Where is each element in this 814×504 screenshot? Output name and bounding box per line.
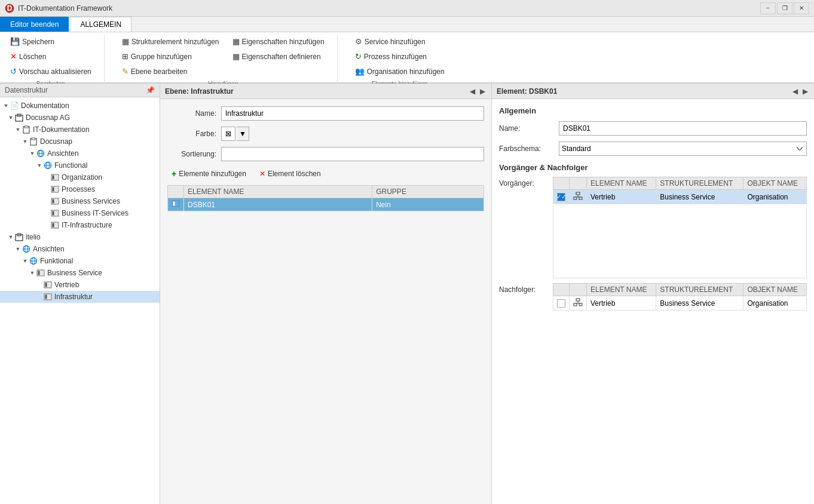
tab-editor[interactable]: Editor beenden <box>0 17 69 32</box>
vorgaenger-org-icon <box>573 193 583 202</box>
delete-element-button[interactable]: ✕ Element löschen <box>255 168 325 180</box>
right-name-input[interactable] <box>559 121 807 136</box>
rect5-icon <box>50 220 60 230</box>
doc-icon: 📄 <box>10 101 19 110</box>
add-structure-button[interactable]: ▦ Strukturelement hinzufügen <box>117 35 225 48</box>
refresh-button[interactable]: ↺ Vorschau aktualisieren <box>5 64 97 78</box>
tree-item-funktional[interactable]: ▼ Funktional <box>0 255 160 267</box>
expand-icon[interactable]: ▼ <box>29 150 36 156</box>
vorgaenger-tbody: ✓ Vertrieb Business Service <box>553 190 807 204</box>
center-nav-left[interactable]: ◀ <box>469 87 476 96</box>
nachfolger-check-cell[interactable] <box>553 296 570 311</box>
right-nav-right[interactable]: ▶ <box>801 87 809 96</box>
tree-item-docusnap-ag[interactable]: ▼ Docusnap AG <box>0 112 160 124</box>
tree-item-ansichten2[interactable]: ▼ Ansichten <box>0 243 160 255</box>
vorgaenger-checkbox[interactable]: ✓ <box>557 193 565 201</box>
tree-item-organization[interactable]: ▶ Organization <box>0 171 160 183</box>
tree-item-vertrieb[interactable]: ▶ Vertrieb <box>0 279 160 291</box>
tree-item-infrastruktur[interactable]: ▶ Infrastruktur <box>0 291 160 303</box>
expand-icon[interactable]: ▼ <box>7 234 14 240</box>
leaf-icon: ▶ <box>36 282 43 288</box>
tree-item-docusnap[interactable]: ▼ Docusnap <box>0 136 160 147</box>
vn-icon-header <box>570 177 587 190</box>
nachfolger-org-icon <box>573 299 583 308</box>
add-elements-button[interactable]: + Elemente hinzufügen <box>167 167 250 180</box>
expand-icon[interactable]: ▼ <box>14 127 22 133</box>
minimize-button[interactable]: − <box>760 2 776 14</box>
svg-rect-21 <box>53 211 54 216</box>
col-gruppe-header: GRUPPE <box>372 186 484 198</box>
add-group-button[interactable]: ⊞ Gruppe hinzufügen <box>117 50 225 63</box>
close-button[interactable]: ✕ <box>794 2 809 14</box>
vorgaenger-row[interactable]: ✓ Vertrieb Business Service <box>553 190 807 204</box>
tree-item-functional[interactable]: ▼ Functional <box>0 159 160 171</box>
right-panel-header: Element: DSBK01 ◀ ▶ <box>492 84 814 99</box>
add-org-button[interactable]: 👥 Organisation hinzufügen <box>350 64 450 78</box>
tree-item-business-service[interactable]: ▼ Business Service <box>0 267 160 279</box>
expand-icon[interactable]: ▼ <box>36 162 43 168</box>
add-service-button[interactable]: ⚙ Service hinzufügen <box>350 35 450 48</box>
sort-input[interactable] <box>221 147 484 161</box>
nf-element-header: ELEMENT NAME <box>587 284 656 296</box>
right-panel-title: Element: DSBK01 <box>497 87 557 96</box>
tree-item-processes[interactable]: ▶ Processes <box>0 183 160 195</box>
structure-icon: ▦ <box>122 37 129 46</box>
vorgaenger-objekt-cell: Organisation <box>743 190 807 204</box>
app-title: IT-Dokumentation Framework <box>18 4 760 13</box>
table-row[interactable]: DSBK01 Nein <box>168 198 484 211</box>
name-input[interactable] <box>221 106 484 121</box>
tree-item-dokumentation[interactable]: ▼ 📄 Dokumentation <box>0 100 160 112</box>
nachfolger-row[interactable]: Vertrieb Business Service Organisation <box>553 296 807 311</box>
vorgaenger-check-cell[interactable]: ✓ <box>553 190 570 204</box>
nachfolger-checkbox[interactable] <box>557 299 565 308</box>
expand-icon[interactable]: ▼ <box>2 103 10 109</box>
tree-item-business-it-services[interactable]: ▶ Business IT-Services <box>0 207 160 219</box>
expand-icon[interactable]: ▼ <box>14 246 22 252</box>
save-icon: 💾 <box>10 37 20 46</box>
svg-rect-35 <box>45 283 47 287</box>
delete-button[interactable]: ✕ Löschen <box>5 50 97 63</box>
nachfolger-container: Nachfolger: ELEMENT NAME STRUKT <box>499 283 807 313</box>
leaf-icon: ▶ <box>43 222 50 228</box>
color-box[interactable]: ⊠ <box>221 127 235 141</box>
edit-level-button[interactable]: ✎ Ebene bearbeiten <box>117 64 225 78</box>
svg-rect-17 <box>53 188 54 192</box>
svg-rect-19 <box>53 199 54 204</box>
expand-icon[interactable]: ▼ <box>7 115 14 121</box>
svg-text:D: D <box>7 4 13 13</box>
ribbon-group-hinzufuegen: ▦ Strukturelement hinzufügen ⊞ Gruppe hi… <box>117 35 338 87</box>
row-icon-cell <box>168 198 184 211</box>
svg-rect-7 <box>32 138 35 140</box>
define-icon: ▦ <box>232 52 240 61</box>
center-nav-right[interactable]: ▶ <box>479 87 486 96</box>
svg-rect-40 <box>576 192 580 195</box>
save-button[interactable]: 💾 Speichern <box>5 35 97 48</box>
expand-icon[interactable]: ▼ <box>29 270 36 276</box>
define-properties-button[interactable]: ▦ Eigenschaften definieren <box>227 50 330 63</box>
right-nav-left[interactable]: ◀ <box>791 87 799 96</box>
allgemein-section-title: Allgemein <box>499 106 807 115</box>
tree-item-business-services[interactable]: ▶ Business Services <box>0 195 160 207</box>
vorgaenger-struktur-cell: Business Service <box>656 190 743 204</box>
row-item-icon <box>172 201 180 209</box>
vn-objekt-header: OBJEKT NAME <box>743 177 807 190</box>
tree-item-it-infrastructure[interactable]: ▶ IT-Infrastructure <box>0 219 160 231</box>
expand-icon[interactable]: ▼ <box>22 258 29 264</box>
sidebar-pin-icon[interactable]: 📌 <box>146 86 155 94</box>
tree-item-itelio[interactable]: ▼ itelio <box>0 231 160 243</box>
tree-item-it-dok[interactable]: ▼ IT-Dokumentation <box>0 124 160 136</box>
center-panel: Ebene: Infrastruktur ◀ ▶ Name: Farbe: ⊠ … <box>160 84 491 504</box>
globe4-icon <box>29 256 38 266</box>
vorgaenger-table-wrap: ELEMENT NAME STRUKTURELEMENT OBJEKT NAME <box>553 177 807 278</box>
farbschema-select[interactable]: Standard Blau Rot Grün <box>559 142 807 156</box>
farbschema-label: Farbschema: <box>499 145 559 153</box>
color-dropdown[interactable]: ▼ <box>237 127 249 141</box>
tree-item-ansichten[interactable]: ▼ Ansichten <box>0 147 160 159</box>
expand-icon[interactable]: ▼ <box>22 139 29 145</box>
svg-rect-23 <box>53 223 54 228</box>
tab-allgemein[interactable]: ALLGEMEIN <box>70 17 131 32</box>
restore-button[interactable]: ❐ <box>777 2 792 14</box>
add-process-button[interactable]: ↻ Prozess hinzufügen <box>350 50 450 63</box>
sort-row: Sortierung: <box>167 147 484 161</box>
add-properties-button[interactable]: ▦ Eigenschaften hinzufügen <box>227 35 330 48</box>
